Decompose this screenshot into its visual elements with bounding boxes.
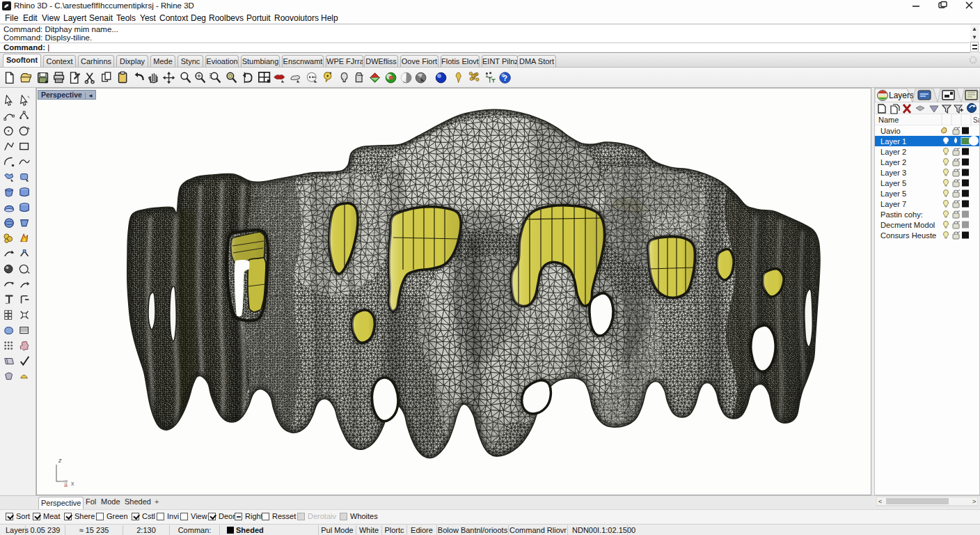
svg-text:Layer 1: Layer 1 — [880, 137, 906, 146]
svg-text:Layer 2: Layer 2 — [880, 148, 906, 156]
svg-text:Sa: Sa — [973, 116, 979, 124]
svg-text:Layer 5: Layer 5 — [880, 179, 906, 187]
svg-text:?: ? — [503, 74, 507, 82]
svg-text:Decment Modol: Decment Modol — [880, 221, 935, 229]
svg-text:x: x — [71, 480, 74, 487]
svg-text:Name: Name — [878, 116, 899, 124]
svg-text:Pastin cohy:: Pastin cohy: — [880, 210, 923, 219]
svg-text:a: a — [64, 481, 68, 488]
svg-text:>: > — [972, 498, 976, 505]
svg-text:Layers: Layers — [889, 91, 914, 100]
svg-text:<: < — [878, 498, 882, 505]
svg-text:Layer 3: Layer 3 — [880, 169, 906, 177]
svg-text:Layer 2: Layer 2 — [880, 158, 906, 166]
svg-text:z: z — [58, 457, 62, 464]
svg-text:Layer 5: Layer 5 — [880, 189, 906, 198]
svg-text:Uavio: Uavio — [880, 127, 901, 135]
svg-text:Consurs Heuste: Consurs Heuste — [880, 231, 936, 240]
svg-text:Layer 7: Layer 7 — [880, 200, 906, 208]
